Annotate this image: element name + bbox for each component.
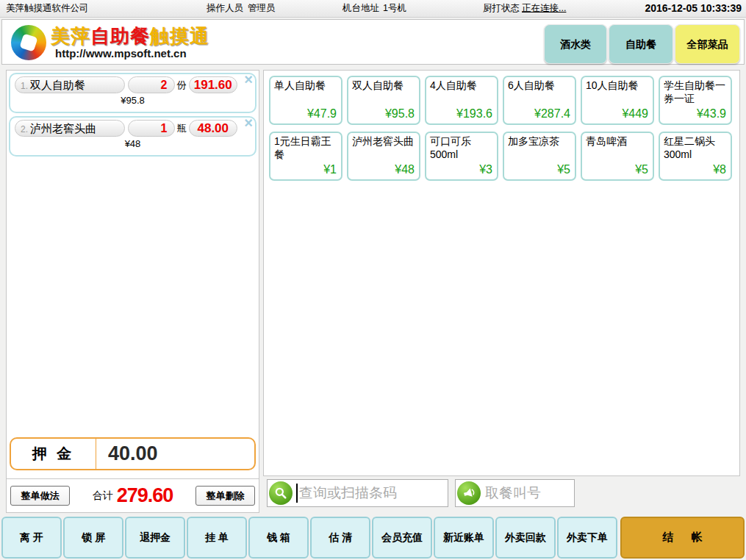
menu-item-card[interactable]: 双人自助餐¥95.8 xyxy=(347,76,420,125)
menu-item-name: 红星二锅头300ml xyxy=(664,135,715,160)
menu-item-price: ¥47.9 xyxy=(307,107,337,121)
order-panel: 1.双人自助餐 2 份 191.60 ¥95.8 × 2.泸州老窖头曲 1 瓶 … xyxy=(6,70,259,513)
order-item-name-pill[interactable]: 1.双人自助餐 xyxy=(15,76,125,93)
order-item-name: 泸州老窖头曲 xyxy=(30,122,96,134)
order-item-index: 1. xyxy=(21,81,28,91)
deposit-label: 押 金 xyxy=(11,439,96,469)
order-panel-empty-space xyxy=(7,162,259,434)
order-item-amount-pill[interactable]: 191.60 xyxy=(189,76,238,93)
menu-item-price: ¥43.9 xyxy=(697,107,726,121)
category-tab-drinks[interactable]: 酒水类 xyxy=(544,24,607,64)
order-item-qty-pill[interactable]: 1 xyxy=(128,120,175,137)
leave-button[interactable]: 离 开 xyxy=(1,517,62,559)
order-item-name-pill[interactable]: 2.泸州老窖头曲 xyxy=(15,120,125,137)
hold-order-button[interactable]: 挂 单 xyxy=(187,517,247,559)
menu-item-name: 6人自助餐 xyxy=(508,79,555,91)
menu-item-price: ¥8 xyxy=(713,162,726,177)
order-actions-row: 整单做法 合计 279.60 整单删除 xyxy=(7,478,259,512)
order-item-unit-price: ¥95.8 xyxy=(10,95,255,106)
kitchen-status-label: 厨打状态 xyxy=(483,0,520,17)
menu-item-card[interactable]: 可口可乐500ml¥3 xyxy=(425,132,498,181)
menu-item-card[interactable]: 4人自助餐¥193.6 xyxy=(425,76,498,125)
menu-item-price: ¥449 xyxy=(622,107,648,121)
search-row: 取餐叫号 xyxy=(263,479,740,509)
order-item-unit: 份 xyxy=(177,79,187,92)
menu-item-card[interactable]: 1元生日霸王餐¥1 xyxy=(269,132,342,181)
menu-item-price: ¥48 xyxy=(395,162,415,177)
remove-item-icon[interactable]: × xyxy=(244,72,253,87)
deposit-value[interactable]: 40.00 xyxy=(96,439,254,469)
menu-item-card[interactable]: 学生自助餐一券一证¥43.9 xyxy=(659,76,732,125)
total-value: 279.60 xyxy=(117,484,173,507)
remove-item-icon[interactable]: × xyxy=(244,115,253,130)
menu-item-name: 加多宝凉茶 xyxy=(508,135,559,147)
menu-item-name: 10人自助餐 xyxy=(586,79,639,91)
menu-item-card[interactable]: 6人自助餐¥287.4 xyxy=(503,76,576,125)
order-item-unit-price: ¥48 xyxy=(10,138,255,149)
recent-bills-button[interactable]: 新近账单 xyxy=(434,517,494,559)
order-total: 合计 279.60 xyxy=(70,484,196,507)
order-item-row[interactable]: 2.泸州老窖头曲 1 瓶 48.00 ¥48 × xyxy=(9,116,257,157)
order-item-index: 2. xyxy=(21,124,28,134)
bottom-action-bar: 离 开 锁 屏 退押金 挂 单 钱 箱 估 清 会员充值 新近账单 外卖回款 外… xyxy=(0,516,746,559)
menu-item-price: ¥95.8 xyxy=(385,107,415,121)
company-name: 美萍触摸通软件公司 xyxy=(6,0,89,17)
checkout-button[interactable]: 结 帐 xyxy=(620,517,745,559)
member-recharge-button[interactable]: 会员充值 xyxy=(372,517,432,559)
whole-order-delete-button[interactable]: 整单删除 xyxy=(196,486,255,506)
menu-item-price: ¥193.6 xyxy=(456,107,492,121)
call-number-button[interactable]: 取餐叫号 xyxy=(455,479,575,507)
menu-item-card[interactable]: 红星二锅头300ml¥8 xyxy=(659,132,732,181)
menu-item-price: ¥1 xyxy=(323,162,337,177)
menu-item-price: ¥287.4 xyxy=(534,107,570,121)
brand-logo-center xyxy=(19,33,37,51)
brand-url: http://www.mpsoft.net.cn xyxy=(55,47,187,60)
search-input[interactable] xyxy=(299,485,446,501)
menu-item-card[interactable]: 10人自助餐¥449 xyxy=(581,76,654,125)
category-tab-buffet[interactable]: 自助餐 xyxy=(609,24,673,64)
menu-item-name: 4人自助餐 xyxy=(430,79,477,91)
call-number-label: 取餐叫号 xyxy=(485,484,541,503)
menu-item-card[interactable]: 青岛啤酒¥5 xyxy=(581,132,654,181)
megaphone-icon xyxy=(457,481,481,505)
cash-drawer-button[interactable]: 钱 箱 xyxy=(248,517,309,559)
menu-item-name: 可口可乐500ml xyxy=(430,135,471,160)
search-icon[interactable] xyxy=(269,481,293,505)
menu-item-card[interactable]: 加多宝凉茶¥5 xyxy=(503,132,576,181)
menu-item-card[interactable]: 单人自助餐¥47.9 xyxy=(269,76,342,125)
text-caret xyxy=(296,484,298,503)
order-item-row[interactable]: 1.双人自助餐 2 份 191.60 ¥95.8 × xyxy=(9,73,257,113)
menu-item-name: 双人自助餐 xyxy=(352,79,404,91)
menu-item-price: ¥5 xyxy=(557,162,570,177)
menu-item-name: 1元生日霸王餐 xyxy=(274,135,331,160)
brand-logo-icon xyxy=(11,25,46,60)
sold-out-button[interactable]: 估 清 xyxy=(310,517,370,559)
lock-screen-button[interactable]: 锁 屏 xyxy=(63,517,123,559)
datetime: 2016-12-05 10:33:39 xyxy=(645,0,742,17)
brand-title-part3: 触摸通 xyxy=(150,25,209,47)
order-item-amount-pill[interactable]: 48.00 xyxy=(189,120,238,137)
takeout-payment-button[interactable]: 外卖回款 xyxy=(495,517,556,559)
menu-item-name: 青岛啤酒 xyxy=(586,135,627,147)
deposit-box[interactable]: 押 金 40.00 xyxy=(10,437,256,470)
order-item-name: 双人自助餐 xyxy=(30,79,85,91)
category-tab-all-items[interactable]: 全部菜品 xyxy=(675,24,740,64)
refund-deposit-button[interactable]: 退押金 xyxy=(125,517,185,559)
total-label: 合计 xyxy=(93,489,113,503)
menu-item-price: ¥5 xyxy=(635,162,648,177)
menu-item-price: ¥3 xyxy=(479,162,492,177)
takeout-order-button[interactable]: 外卖下单 xyxy=(557,517,617,559)
menu-item-name: 泸州老窖头曲 xyxy=(352,135,414,147)
whole-order-method-button[interactable]: 整单做法 xyxy=(10,486,70,506)
order-item-unit: 瓶 xyxy=(177,122,187,135)
station-value: 1号机 xyxy=(383,0,406,17)
header-bar: 美萍自助餐触摸通 http://www.mpsoft.net.cn 酒水类 自助… xyxy=(1,19,745,65)
order-item-qty-pill[interactable]: 2 xyxy=(128,76,175,93)
barcode-search-box[interactable] xyxy=(267,479,448,507)
menu-panel: 单人自助餐¥47.9 双人自助餐¥95.8 4人自助餐¥193.6 6人自助餐¥… xyxy=(263,70,740,476)
menu-item-card[interactable]: 泸州老窖头曲¥48 xyxy=(347,132,420,181)
brand-title-part2: 自助餐 xyxy=(90,25,150,47)
kitchen-status-link[interactable]: 正在连接... xyxy=(522,0,566,17)
menu-item-name: 学生自助餐一券一证 xyxy=(664,79,725,104)
operator-label: 操作人员 xyxy=(207,0,243,17)
